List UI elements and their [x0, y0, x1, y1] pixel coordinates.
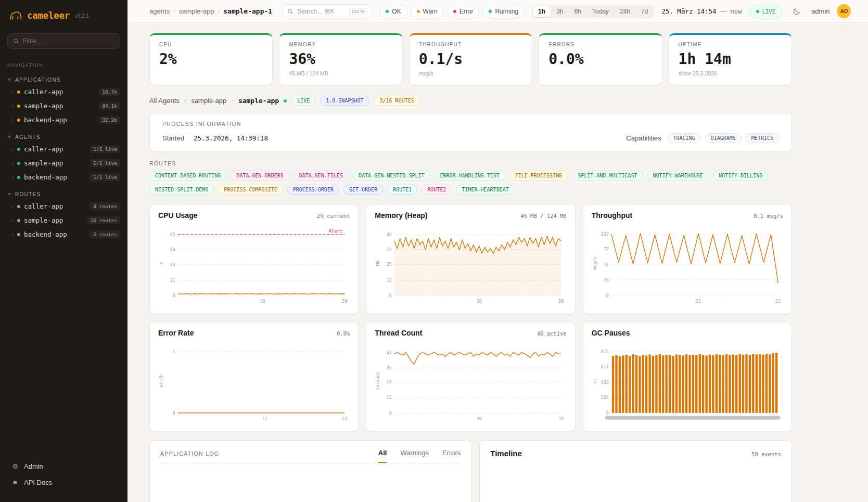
sidebar-item-badge: 16 routes	[87, 216, 120, 224]
svg-text:1: 1	[173, 349, 175, 354]
sidebar-item-badge: 32.2k	[99, 116, 120, 124]
status-filter-error[interactable]: Error	[447, 5, 480, 18]
route-pill[interactable]: NESTED-SPLIT-DEMO	[149, 185, 214, 195]
chart-title: GC Pauses	[592, 329, 630, 337]
throughput-chart: 0265177102msg/s1223	[592, 224, 783, 306]
route-pill[interactable]: TIMER-HEARTBEAT	[456, 185, 514, 195]
chart-current-value: 2% current	[317, 213, 350, 219]
svg-text:43: 43	[170, 262, 175, 267]
breadcrumb-agents[interactable]: agents	[149, 7, 170, 15]
crumb-dot-separator: •	[184, 97, 187, 105]
time-range-7d[interactable]: 7d	[636, 6, 653, 17]
route-pill[interactable]: NOTIFY-BILLING	[713, 171, 768, 181]
log-tab-errors[interactable]: Errors	[442, 449, 461, 463]
svg-text:12: 12	[262, 416, 267, 421]
gc-pauses-chart: 0204408611815ms	[592, 341, 783, 423]
avatar[interactable]: AD	[837, 4, 851, 18]
route-pill[interactable]: CONTENT-BASED-ROUTING	[149, 171, 226, 181]
sidebar-filter-input[interactable]: Filter...	[7, 33, 120, 49]
log-tab-warnings[interactable]: Warnings	[400, 449, 428, 463]
route-pill[interactable]: DATA-GEN-ORDERS	[231, 171, 289, 181]
sidebar-item-api-docs[interactable]: ≡ API Docs	[0, 474, 127, 491]
svg-text:msg/s: msg/s	[592, 256, 597, 269]
search-input[interactable]: Search... ⌘K Ctrl+K	[283, 4, 372, 18]
status-filter-group: OK Warn Error Running	[379, 5, 525, 18]
route-pill[interactable]: FILE-PROCESSING	[509, 171, 568, 181]
svg-text:30: 30	[260, 299, 265, 304]
sidebar-item-backend-app[interactable]: › backend-app 32.2k	[0, 113, 127, 127]
status-filter-running[interactable]: Running	[482, 5, 525, 18]
stat-value: 0.1/s	[419, 50, 522, 68]
agent-crumb-sample-app[interactable]: sample-app	[191, 97, 226, 105]
chevron-right-icon: ›	[11, 203, 14, 210]
stat-label: MEMORY	[289, 42, 392, 47]
chart-card-error-rate: Error Rate0.0% 01err/h1223	[149, 321, 359, 432]
route-pill[interactable]: NOTIFY-WAREHOUSE	[647, 171, 709, 181]
svg-text:49: 49	[387, 232, 392, 237]
memory-heap-chart: 012253749MB3059	[375, 224, 566, 306]
timeline-card: Timeline 50 events	[479, 440, 792, 502]
status-filter-warn[interactable]: Warn	[411, 5, 444, 18]
time-range-6h[interactable]: 6h	[569, 6, 586, 17]
breadcrumb-sample-app[interactable]: sample-app	[179, 7, 214, 15]
live-toggle[interactable]: LIVE	[749, 5, 782, 18]
cpu-usage-chart: 021436485%3059Alert	[158, 224, 350, 306]
process-info-title: PROCESS INFORMATION	[162, 121, 779, 127]
crumb-dot-separator: •	[231, 97, 234, 105]
sidebar-item-routes-backend-app[interactable]: › backend-app 6 routes	[0, 227, 127, 241]
route-pill[interactable]: ROUTE2	[422, 185, 452, 195]
svg-text:12: 12	[696, 299, 701, 304]
sidebar-item-sample-app[interactable]: › sample-app 84.1k	[0, 99, 127, 113]
svg-text:51: 51	[603, 262, 608, 267]
route-pill[interactable]: GET-ORDER	[343, 185, 383, 195]
chart-current-value: 46 active	[537, 330, 567, 337]
camel-logo-icon	[8, 8, 23, 23]
chevron-right-icon: ›	[11, 117, 14, 124]
route-pill[interactable]: DATA-GEN-NESTED-SPLIT	[353, 171, 430, 181]
dark-mode-toggle[interactable]	[789, 4, 804, 19]
moon-icon	[793, 7, 801, 16]
route-pill[interactable]: SPLIT-AND-MULTICAST	[572, 171, 643, 181]
time-range-24h[interactable]: 24h	[615, 6, 635, 17]
route-pill[interactable]: PROCESS-COMPOSITE	[218, 185, 283, 195]
sidebar-item-routes-sample-app[interactable]: › sample-app 16 routes	[0, 213, 127, 227]
breadcrumb-separator: /	[173, 7, 175, 15]
live-label: LIVE	[762, 8, 775, 15]
sidebar-item-agent-caller-app[interactable]: › caller-app 1/1 live	[0, 142, 127, 156]
time-range-1h[interactable]: 1h	[533, 6, 551, 17]
status-filter-ok[interactable]: OK	[379, 5, 407, 18]
agent-crumb-all-agents[interactable]: All Agents	[149, 97, 180, 105]
stat-value: 2%	[159, 50, 263, 68]
dashboard-content: CPU 2% MEMORY 36% 45 MB / 124 MB THROUGH…	[127, 23, 868, 502]
main-area: agents / sample-app / sample-app-1 Searc…	[127, 0, 868, 502]
route-pill[interactable]: ERROR-HANDLING-TEST	[434, 171, 505, 181]
status-filter-label: Running	[495, 8, 518, 15]
time-range-today[interactable]: Today	[587, 6, 614, 17]
section-header-routes[interactable]: ROUTES	[0, 189, 127, 199]
sidebar-item-agent-backend-app[interactable]: › backend-app 1/1 live	[0, 170, 127, 184]
sidebar-item-badge: 1/1 live	[90, 145, 120, 153]
route-pill[interactable]: PROCESS-ORDER	[287, 185, 339, 195]
log-tab-all[interactable]: All	[378, 449, 387, 463]
nav-section-applications: APPLICATIONS › caller-app 10.7k › sample…	[0, 75, 127, 127]
status-dot	[17, 162, 20, 165]
sidebar-item-routes-caller-app[interactable]: › caller-app 4 routes	[0, 199, 127, 213]
sidebar-item-agent-sample-app[interactable]: › sample-app 1/1 live	[0, 156, 127, 170]
nav-section-agents: AGENTS › caller-app 1/1 live › sample-ap…	[0, 132, 127, 184]
section-header-applications[interactable]: APPLICATIONS	[0, 75, 127, 85]
svg-text:59: 59	[559, 416, 564, 421]
sidebar-item-admin[interactable]: ⚙ Admin	[0, 458, 127, 474]
chart-card-thread-count: Thread Count46 active 012243547threads30…	[366, 321, 575, 432]
sidebar-item-badge: 10.7k	[99, 88, 120, 96]
time-range-3h[interactable]: 3h	[551, 6, 568, 17]
date-range-display[interactable]: 25. März 14:54 — now	[661, 7, 742, 15]
route-pill[interactable]: ROUTE1	[387, 185, 417, 195]
status-dot	[17, 148, 20, 151]
section-header-agents[interactable]: AGENTS	[0, 132, 127, 142]
route-pill[interactable]: DATA-GEN-FILES	[293, 171, 349, 181]
chart-current-value: 45 MB / 124 MB	[520, 213, 567, 219]
chevron-right-icon: ›	[11, 160, 14, 167]
docs-icon: ≡	[11, 479, 19, 486]
svg-text:23: 23	[342, 416, 347, 421]
sidebar-item-caller-app[interactable]: › caller-app 10.7k	[0, 85, 127, 99]
